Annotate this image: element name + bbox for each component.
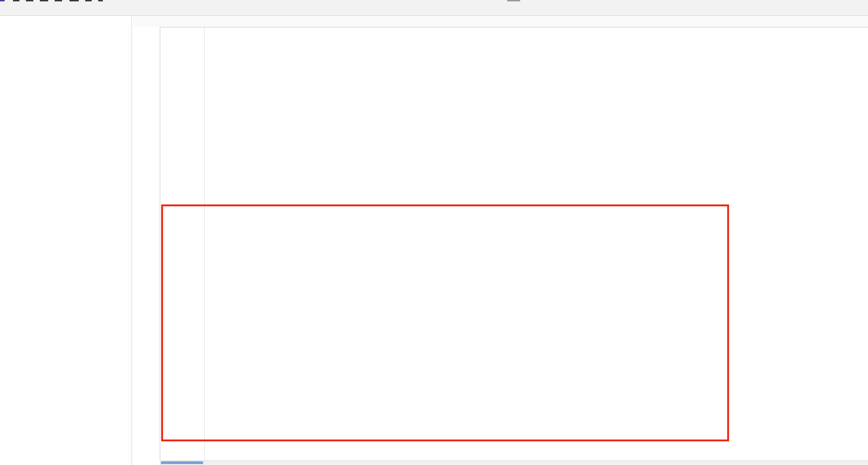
menubar-clipped-fragment — [26, 0, 33, 1]
menubar-clipped — [0, 0, 868, 4]
code-lines — [160, 32, 868, 461]
main-toolbar — [0, 4, 868, 16]
menubar-clipped-fragment — [98, 0, 103, 1]
menubar-clipped-fragment — [85, 0, 92, 1]
menubar-clipped-fragment — [13, 0, 19, 1]
horizontal-scrollbar[interactable] — [160, 460, 868, 465]
jadx-gui-window: { "colors": { "accent": "#4A8AC9", "curr… — [0, 0, 868, 465]
code-editor[interactable] — [160, 27, 868, 465]
horizontal-scrollbar-thumb[interactable] — [161, 461, 203, 464]
menubar-clipped-fragment — [0, 0, 5, 1]
menubar-clipped-fragment — [55, 0, 62, 1]
project-tree-panel — [0, 16, 132, 465]
editor-tab-bar — [133, 16, 868, 27]
menubar-clipped-fragment — [40, 0, 48, 1]
menubar-clipped-fragment — [507, 0, 520, 1]
menubar-clipped-fragment — [69, 0, 79, 1]
